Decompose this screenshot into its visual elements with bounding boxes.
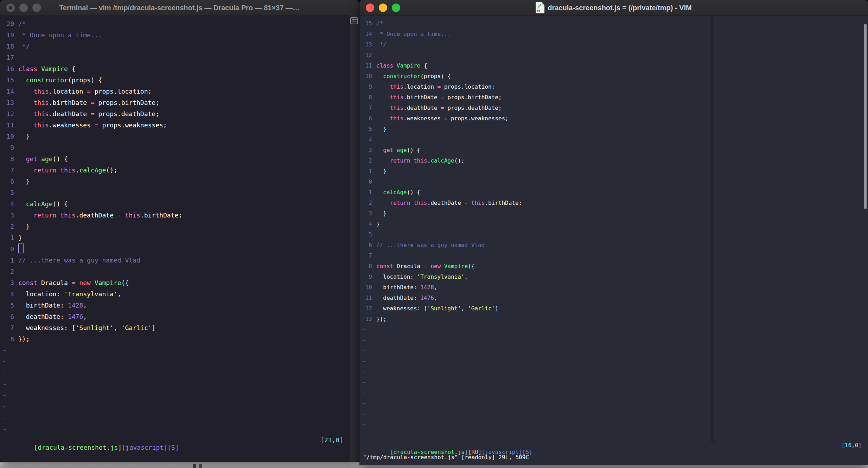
code-line[interactable]: 9 location: 'Transylvania',	[359, 272, 868, 282]
code-line[interactable]: 2	[0, 266, 350, 277]
code-line[interactable]: 2 return this.calcAge();	[359, 156, 868, 166]
code-token: ~	[3, 401, 7, 412]
code-line[interactable]: 5	[0, 187, 350, 198]
code-line[interactable]: 13 */	[359, 39, 868, 50]
code-line[interactable]: 8 get age() {	[0, 153, 350, 165]
code-line[interactable]: 8 this.birthDate = props.birthDate;	[359, 92, 868, 103]
code-line[interactable]: 3 }	[359, 208, 868, 219]
code-token: */	[376, 41, 387, 48]
code-line[interactable]: 1// ...there was a guy named Vlad	[0, 255, 350, 266]
code-line[interactable]: 19 * Once upon a time...	[0, 30, 350, 41]
code-line[interactable]: 2 }	[0, 221, 350, 232]
code-token: .birthDate	[403, 94, 441, 101]
code-text: // ...there was a guy named Vlad	[376, 240, 485, 251]
code-line[interactable]: 15 constructor(props) {	[0, 75, 350, 86]
code-line[interactable]: 11 deathDate: 1476,	[359, 293, 868, 303]
code-line[interactable]: 11class Vampire {	[359, 61, 868, 71]
code-token	[18, 110, 33, 118]
macvim-titlebar[interactable]: JS dracula-screenshot.js = (/private/tmp…	[359, 0, 868, 16]
code-token: age	[397, 147, 407, 153]
code-line[interactable]: 1 calcAge() {	[359, 187, 868, 198]
code-token: * Once upon a time...	[376, 31, 451, 37]
code-text: deathDate: 1476,	[18, 311, 87, 322]
code-line[interactable]: 20/*	[0, 18, 350, 30]
code-line[interactable]: 1 }	[359, 166, 868, 177]
code-line[interactable]: 7 return this.calcAge();	[0, 165, 350, 176]
code-line[interactable]: 2 return this.deathDate - this.birthDate…	[359, 198, 868, 208]
desktop-artifact	[199, 464, 202, 468]
code-line[interactable]: 12 weaknesses: ['Sunlight', 'Garlic']	[359, 303, 868, 314]
code-token: this	[390, 105, 404, 111]
code-token: props.weaknesses;	[447, 115, 508, 122]
tilde-line: ~	[0, 345, 350, 356]
code-line[interactable]: 10 constructor(props) {	[359, 71, 868, 82]
code-token: .birthDate;	[485, 200, 522, 206]
terminal-titlebar[interactable]: Terminal — vim /tmp/dracula-screenshot.j…	[0, 0, 359, 16]
document-proxy-icon[interactable]: JS	[536, 2, 544, 13]
code-line[interactable]: 8const Dracula = new Vampire({	[359, 261, 868, 272]
code-line[interactable]: 8});	[0, 334, 350, 345]
code-line[interactable]: 6 this.weaknesses = props.weaknesses;	[359, 113, 868, 124]
code-line[interactable]: 6 deathDate: 1476,	[0, 311, 350, 322]
vim-command-line: "/tmp/dracula-screenshot.js" [readonly] …	[363, 454, 529, 465]
status-cursor-position: [21,0]	[320, 436, 343, 444]
line-number: 3	[359, 208, 372, 219]
code-line[interactable]: 0	[0, 244, 350, 255]
code-line[interactable]: 10 }	[0, 131, 350, 142]
tilde-line: ~	[359, 324, 868, 335]
code-line[interactable]: 13});	[359, 314, 868, 324]
code-line[interactable]: 0	[359, 177, 868, 187]
code-line[interactable]: 18 */	[0, 41, 350, 52]
code-line[interactable]: 4	[359, 134, 868, 145]
code-line[interactable]: 14 * Once upon a time...	[359, 29, 868, 39]
code-line[interactable]: 6 }	[0, 176, 350, 187]
code-token: const	[18, 279, 37, 286]
line-number: 8	[0, 334, 14, 345]
code-line[interactable]: 12	[359, 50, 868, 61]
code-text: this.location = props.location;	[18, 86, 152, 97]
code-line[interactable]: 7 this.deathDate = props.deathDate;	[359, 103, 868, 113]
code-line[interactable]: 4}	[359, 219, 868, 229]
code-token: ~	[3, 367, 7, 379]
code-line[interactable]: 7 weaknesses: ['Sunlight', 'Garlic']	[0, 322, 350, 334]
code-text: });	[376, 314, 387, 324]
code-line[interactable]: 3 return this.deathDate - this.birthDate…	[0, 210, 350, 221]
terminal-scrollbar-gutter[interactable]	[350, 15, 359, 462]
code-line[interactable]: 10 birthDate: 1428,	[359, 282, 868, 293]
code-token: -	[464, 200, 468, 206]
code-line[interactable]: 3const Dracula = new Vampire({	[0, 277, 350, 289]
code-text: return this.deathDate - this.birthDate;	[18, 210, 182, 221]
split-pane-icon[interactable]	[350, 17, 358, 24]
code-line[interactable]: 17	[0, 52, 350, 63]
vim-buffer-right[interactable]: 15/*14 * Once upon a time...13 */1211cla…	[359, 15, 868, 465]
code-line[interactable]: 5 birthDate: 1428,	[0, 300, 350, 311]
code-token	[376, 105, 390, 111]
code-line[interactable]: 13 this.birthDate = props.birthDate;	[0, 97, 350, 108]
code-token: ,	[114, 324, 121, 331]
code-line[interactable]: 4 location: 'Transylvania',	[0, 289, 350, 300]
code-line[interactable]: 14 this.location = props.location;	[0, 86, 350, 97]
line-number: 1	[359, 187, 372, 198]
code-token	[18, 99, 33, 106]
code-line[interactable]: 9 this.location = props.location;	[359, 82, 868, 92]
code-token: ~	[362, 377, 366, 388]
scrollbar-thumb[interactable]	[864, 24, 867, 209]
code-line[interactable]: 5 }	[359, 124, 868, 134]
code-line[interactable]: 16class Vampire {	[0, 63, 350, 75]
code-line[interactable]: 3 get age() {	[359, 145, 868, 156]
code-line[interactable]: 4 calcAge() {	[0, 198, 350, 210]
code-token: this	[33, 88, 49, 95]
code-line[interactable]: 12 this.deathDate = props.deathDate;	[0, 108, 350, 120]
code-line[interactable]: 11 this.weaknesses = props.weaknesses;	[0, 120, 350, 131]
code-line[interactable]: 1}	[0, 232, 350, 244]
code-line[interactable]: 6// ...there was a guy named Vlad	[359, 240, 868, 251]
code-line[interactable]: 15/*	[359, 18, 868, 29]
code-line[interactable]: 5	[359, 229, 868, 240]
code-token: this	[414, 157, 427, 164]
code-line[interactable]: 9	[0, 142, 350, 153]
vim-buffer-left[interactable]: 20/*19 * Once upon a time...18 */1716cla…	[0, 15, 350, 462]
code-line[interactable]: 7	[359, 251, 868, 261]
code-token: ~	[3, 424, 7, 435]
code-token: ~	[362, 388, 366, 398]
code-text: this.weaknesses = props.weaknesses;	[376, 113, 509, 124]
